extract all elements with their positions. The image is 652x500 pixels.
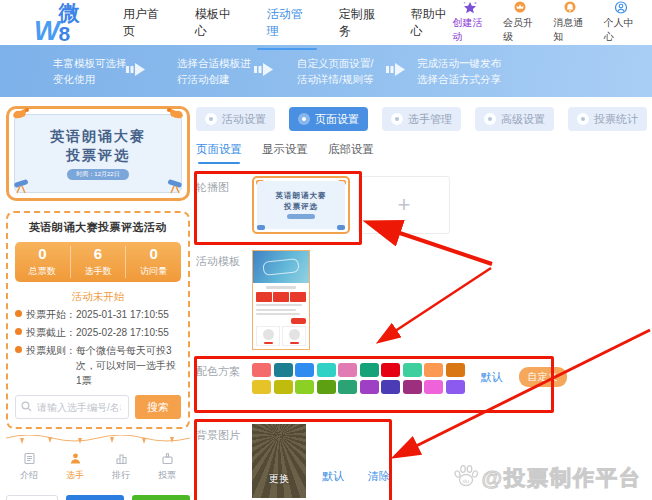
color-swatch[interactable] — [317, 380, 336, 394]
sidebar-tab-vote[interactable]: 投票 — [144, 452, 190, 482]
color-swatch[interactable] — [381, 363, 400, 377]
tab-page-settings[interactable]: 页面设置 — [289, 107, 368, 131]
subtab-display-settings[interactable]: 显示设置 — [262, 142, 308, 164]
user-icon — [613, 1, 629, 15]
background-image-thumb[interactable]: 更换 — [252, 424, 306, 498]
arrow-right-icon — [386, 61, 408, 81]
color-swatch[interactable] — [403, 363, 422, 377]
logo-text: 微8 — [58, 2, 84, 44]
subtab-bottom-settings[interactable]: 底部设置 — [328, 142, 374, 164]
telescope-icon — [12, 176, 34, 198]
rules-list: 投票开始： 2025-01-31 17:10:55 投票截止： 2025-02-… — [15, 307, 181, 388]
search-input[interactable] — [35, 401, 123, 414]
logo[interactable]: W 微8 — [34, 2, 85, 44]
nav-right: 创建活动 会员升级 消息通知 个人中心 — [453, 1, 638, 44]
ballot-box-icon — [161, 452, 174, 467]
color-swatch[interactable] — [317, 363, 336, 377]
star-icon — [462, 1, 478, 15]
nav-item-user-home[interactable]: 用户首页 — [121, 0, 165, 55]
background-image-label: 背景图片 — [196, 424, 252, 498]
bg-default-link[interactable]: 默认 — [322, 469, 344, 484]
subtab-page-settings[interactable]: 页面设置 — [196, 142, 242, 164]
banner-step-3: 自定义页面设置/活动详情/规则等 — [297, 55, 373, 88]
sidebar-tab-ranking[interactable]: 排行 — [98, 452, 144, 482]
color-swatch[interactable] — [274, 363, 293, 377]
create-activity-button[interactable]: 创建活动 — [453, 1, 487, 44]
add-carousel-image-button[interactable]: + — [358, 176, 450, 234]
nav-item-help-center[interactable]: 帮助中心 — [409, 0, 453, 55]
activity-preview-sidebar: 英语朗诵大赛 投票评选 时间：12月22日 英语朗诵大赛投票评选活动 0 总票数… — [6, 106, 190, 500]
color-scheme-label: 配色方案 — [196, 360, 252, 394]
color-swatch[interactable] — [338, 380, 357, 394]
nav-item-activity-manage[interactable]: 活动管理 — [265, 0, 309, 55]
refresh-button[interactable]: 刷新 — [6, 495, 58, 500]
carousel-row: 轮播图 英语朗诵大赛 投票评选 + — [196, 176, 646, 234]
color-swatch[interactable] — [252, 363, 271, 377]
color-swatches — [252, 360, 465, 394]
banner-step-2: 选择合适模板进行活动创建 — [177, 55, 251, 88]
poster-inner: 英语朗诵大赛 投票评选 时间：12月22日 — [14, 114, 182, 193]
carousel-thumb-inner: 英语朗诵大赛 投票评选 — [257, 181, 345, 229]
color-swatch[interactable] — [295, 380, 314, 394]
color-swatch[interactable] — [424, 380, 443, 394]
color-swatch[interactable] — [381, 380, 400, 394]
sidebar-tab-players[interactable]: 选手 — [52, 452, 98, 482]
color-swatch[interactable] — [446, 363, 465, 377]
activity-template-thumb[interactable] — [252, 250, 310, 350]
sidebar-buttons: 刷新 发布活动 活动海报 — [6, 495, 190, 500]
activity-poster: 英语朗诵大赛 投票评选 时间：12月22日 — [6, 106, 190, 201]
template-header-image — [253, 251, 309, 283]
color-actions: 默认 自定义 — [481, 360, 567, 394]
template-player-cell — [256, 326, 280, 346]
person-icon — [69, 452, 82, 467]
search-icon — [21, 398, 32, 416]
poster-title-line2: 投票评选 — [66, 146, 130, 165]
tab-circle-icon — [205, 113, 217, 125]
carousel-image-thumb[interactable]: 英语朗诵大赛 投票评选 — [252, 176, 350, 234]
color-swatch-row-1 — [252, 363, 465, 377]
tab-activity-settings[interactable]: 活动设置 — [196, 107, 275, 131]
member-upgrade-button[interactable]: 会员升级 — [503, 1, 537, 44]
bg-links: 默认 清除 — [322, 424, 390, 498]
activity-poster-button[interactable]: 活动海报 — [132, 495, 190, 500]
bullet-icon — [15, 310, 22, 317]
color-custom-button[interactable]: 自定义 — [519, 367, 567, 387]
color-swatch[interactable] — [424, 363, 443, 377]
color-swatch-row-2 — [252, 380, 465, 394]
color-swatch[interactable] — [252, 380, 271, 394]
personal-center-button[interactable]: 个人中心 — [604, 1, 638, 44]
stat-total-votes: 0 总票数 — [15, 246, 70, 278]
color-swatch[interactable] — [338, 363, 357, 377]
tab-advanced-settings[interactable]: 高级设置 — [475, 107, 554, 131]
stat-players: 6 选手数 — [70, 246, 126, 278]
bg-clear-link[interactable]: 清除 — [368, 469, 390, 484]
color-swatch[interactable] — [360, 363, 379, 377]
color-swatch[interactable] — [446, 380, 465, 394]
message-notice-button[interactable]: 消息通知 — [553, 1, 587, 44]
color-swatch[interactable] — [403, 380, 422, 394]
settings-tabs: 活动设置 页面设置 选手管理 高级设置 投票统计 预览效果 — [196, 106, 646, 132]
avatar — [289, 329, 300, 340]
poster-date-badge: 时间：12月22日 — [67, 169, 128, 179]
nav-item-custom-service[interactable]: 定制服务 — [337, 0, 381, 55]
color-swatch[interactable] — [295, 363, 314, 377]
banner-step-4: 完成活动一键发布选择合适方式分享 — [417, 55, 501, 88]
search-row: 搜索 — [15, 395, 181, 419]
search-button[interactable]: 搜索 — [135, 395, 181, 419]
color-swatch[interactable] — [274, 380, 293, 394]
sidebar-tab-intro[interactable]: 介绍 — [6, 452, 52, 482]
avatar — [263, 329, 274, 340]
template-label: 活动模板 — [196, 250, 252, 350]
nav-item-template-center[interactable]: 模板中心 — [193, 0, 237, 55]
logo-w-icon: W — [34, 19, 57, 43]
tab-player-manage[interactable]: 选手管理 — [382, 107, 461, 131]
top-nav: W 微8 用户首页 模板中心 活动管理 定制服务 帮助中心 创建活动 会员升级 … — [0, 0, 652, 45]
publish-activity-button[interactable]: 发布活动 — [66, 495, 124, 500]
color-swatch[interactable] — [360, 380, 379, 394]
bg-change-button[interactable]: 更换 — [269, 472, 289, 486]
template-body — [253, 283, 309, 349]
bullet-icon — [15, 328, 22, 335]
tab-vote-statistics[interactable]: 投票统计 — [568, 107, 647, 131]
activity-status: 活动未开始 — [15, 290, 181, 304]
color-default-link[interactable]: 默认 — [481, 370, 503, 385]
